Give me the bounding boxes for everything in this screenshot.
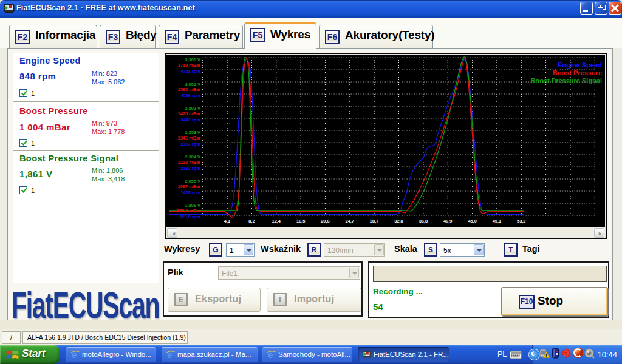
- svg-text:2132 rpm: 2132 rpm: [181, 166, 201, 171]
- svg-text:2,055 V: 2,055 V: [185, 178, 201, 184]
- svg-text:2787 rpm: 2787 rpm: [181, 141, 201, 147]
- svg-text:Boost Pressure: Boost Pressure: [553, 69, 602, 76]
- svg-text:Boost Pressure Signal: Boost Pressure Signal: [531, 77, 602, 84]
- svg-text:2,802 V: 2,802 V: [185, 106, 201, 111]
- svg-text:4,1: 4,1: [224, 218, 230, 224]
- svg-text:2,304 V: 2,304 V: [185, 154, 201, 160]
- svg-text:53,2: 53,2: [517, 218, 525, 224]
- svg-text:28,7: 28,7: [370, 218, 378, 224]
- svg-text:2,553 V: 2,553 V: [185, 130, 201, 135]
- svg-text:1595 mBar: 1595 mBar: [178, 87, 201, 92]
- svg-text:973,0 mBar: 973,0 mBar: [177, 208, 201, 214]
- svg-text:1478 rpm: 1478 rpm: [181, 190, 201, 195]
- svg-text:4096 rpm: 4096 rpm: [181, 93, 201, 98]
- svg-text:8,2: 8,2: [248, 218, 255, 224]
- svg-text:1719 mBar: 1719 mBar: [178, 62, 201, 68]
- svg-text:12,4: 12,4: [272, 218, 281, 224]
- svg-text:1470 mBar: 1470 mBar: [178, 111, 201, 116]
- svg-text:32,8: 32,8: [394, 218, 403, 224]
- svg-text:36,8: 36,8: [419, 218, 428, 224]
- svg-text:3442 rpm: 3442 rpm: [181, 117, 201, 123]
- svg-text:1,806 V: 1,806 V: [185, 203, 201, 208]
- svg-text:3,300 V: 3,300 V: [185, 57, 201, 62]
- svg-text:823,0 rpm: 823,0 rpm: [179, 214, 200, 220]
- svg-text:24,7: 24,7: [346, 218, 354, 224]
- svg-text:3,051 V: 3,051 V: [185, 81, 201, 87]
- svg-text:20,6: 20,6: [321, 218, 329, 224]
- svg-text:1346 mBar: 1346 mBar: [178, 135, 201, 141]
- svg-text:Engine Speed: Engine Speed: [558, 61, 602, 69]
- svg-text:1097 mBar: 1097 mBar: [178, 184, 201, 189]
- svg-text:4751 rpm: 4751 rpm: [181, 69, 201, 74]
- svg-text:1222 mBar: 1222 mBar: [178, 160, 201, 165]
- svg-text:16,5: 16,5: [296, 218, 305, 224]
- svg-text:40,9: 40,9: [443, 218, 452, 224]
- svg-text:49,1: 49,1: [493, 218, 501, 224]
- svg-text:45,0: 45,0: [468, 218, 476, 224]
